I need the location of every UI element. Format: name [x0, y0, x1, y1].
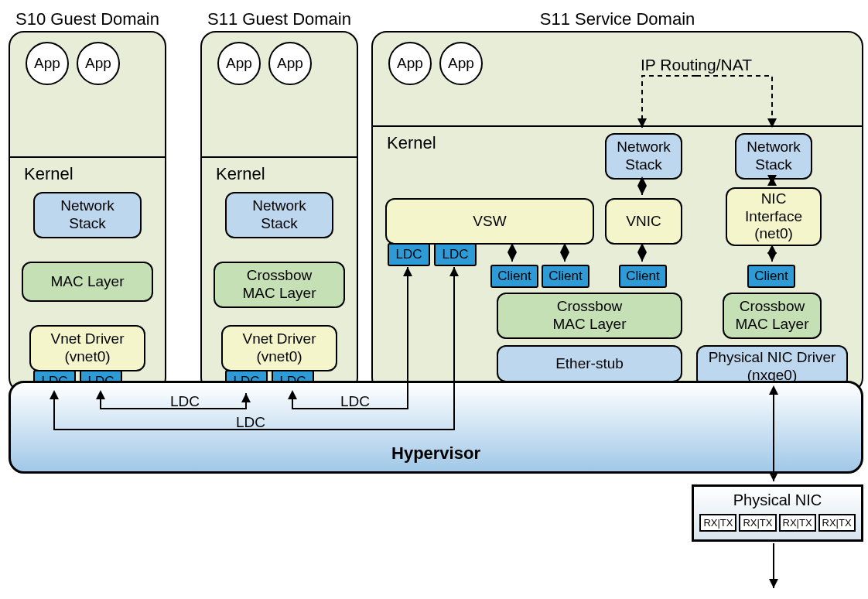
diagram-stage: S10 Guest Domain App App Kernel Network … [0, 0, 868, 599]
app-row: App App [10, 42, 165, 85]
network-stack-box: Network Stack [735, 133, 812, 180]
crossbow-mac-layer-box: Crossbow MAC Layer [723, 293, 822, 339]
ldc-connection-label: LDC [236, 414, 265, 431]
app-icon: App [439, 42, 483, 85]
ether-stub-box: Ether-stub [497, 345, 682, 382]
vnet-driver-box: Vnet Driver (vnet0) [221, 325, 337, 371]
vnic-box: VNIC [605, 198, 682, 245]
client-box: Client [619, 265, 667, 288]
kernel-divider [10, 156, 165, 158]
physical-nic-box: Physical NIC RX|TX RX|TX RX|TX RX|TX [692, 484, 863, 542]
network-stack-box: Network Stack [225, 192, 333, 238]
hypervisor-box: Hypervisor [9, 381, 863, 474]
domain-title: S10 Guest Domain [10, 9, 165, 29]
physical-nic-label: Physical NIC [694, 487, 861, 509]
app-icon: App [217, 42, 261, 85]
app-icon: App [388, 42, 432, 85]
client-box: Client [490, 265, 538, 288]
kernel-label: Kernel [24, 164, 73, 184]
client-box: Client [542, 265, 589, 288]
rxtx-box: RX|TX [818, 514, 856, 532]
kernel-label: Kernel [387, 133, 436, 153]
network-stack-box: Network Stack [33, 192, 142, 238]
s10-guest-domain: S10 Guest Domain App App Kernel Network … [9, 31, 166, 393]
rxtx-row: RX|TX RX|TX RX|TX RX|TX [694, 509, 861, 536]
app-icon: App [77, 42, 120, 85]
vnet-driver-box: Vnet Driver (vnet0) [29, 325, 145, 371]
nic-interface-box: NIC Interface (net0) [726, 187, 822, 246]
rxtx-box: RX|TX [779, 514, 816, 532]
network-stack-box: Network Stack [605, 133, 682, 180]
hypervisor-label: Hypervisor [11, 443, 861, 464]
client-box: Client [747, 265, 795, 288]
app-icon: App [268, 42, 312, 85]
mac-layer-box: MAC Layer [22, 262, 153, 302]
ldc-box: LDC [434, 243, 477, 266]
ip-routing-nat-label: IP Routing/NAT [641, 56, 752, 74]
vsw-box: VSW [385, 198, 594, 245]
crossbow-mac-layer-box: Crossbow MAC Layer [214, 262, 345, 308]
app-row: App App [373, 42, 862, 85]
domain-title: S11 Service Domain [373, 9, 862, 29]
rxtx-box: RX|TX [699, 514, 736, 532]
crossbow-mac-layer-box: Crossbow MAC Layer [497, 293, 682, 339]
app-icon: App [26, 42, 69, 85]
ldc-connection-label: LDC [170, 393, 200, 410]
ldc-connection-label: LDC [340, 393, 370, 410]
ldc-box: LDC [388, 243, 430, 266]
app-row: App App [202, 42, 357, 85]
domain-title: S11 Guest Domain [202, 9, 357, 29]
rxtx-box: RX|TX [739, 514, 776, 532]
kernel-divider [202, 156, 357, 158]
kernel-label: Kernel [216, 164, 265, 184]
s11-service-domain: S11 Service Domain App App IP Routing/NA… [371, 31, 863, 393]
s11-guest-domain: S11 Guest Domain App App Kernel Network … [200, 31, 358, 393]
kernel-divider [373, 125, 862, 127]
